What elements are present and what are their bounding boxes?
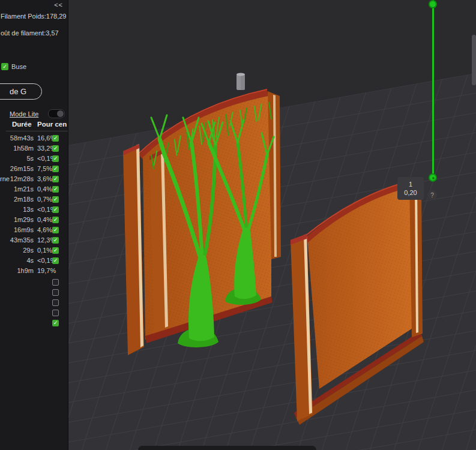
extra-option-checkbox[interactable]: [52, 310, 59, 316]
feature-duration: 12m28s: [0, 174, 34, 184]
feature-percent: 0,4%: [37, 215, 52, 225]
feature-checkbox[interactable]: [52, 186, 59, 193]
feature-checkbox[interactable]: [52, 217, 59, 223]
feature-duration: 58m43s: [0, 133, 34, 143]
feature-percent: 19,7%: [37, 266, 56, 276]
legend-sidebar: << Filament Poids:178,29 oût de filament…: [0, 0, 68, 450]
feature-checkbox[interactable]: [52, 257, 59, 264]
feature-duration: 1h58m: [0, 143, 34, 154]
help-icon[interactable]: ?: [427, 190, 437, 200]
feature-row[interactable]: 1m21s0,4%: [0, 184, 68, 194]
nozzle-label: Buse: [11, 63, 26, 70]
scrollbar-thumb[interactable]: [472, 35, 476, 85]
duration-header: Durée: [12, 121, 32, 128]
feature-row[interactable]: 1m29s0,4%: [0, 215, 68, 225]
feature-duration: 1m21s: [0, 184, 34, 194]
header-divider: [6, 131, 68, 131]
feature-checkbox[interactable]: [52, 135, 59, 142]
feature-row[interactable]: 58m43s16,6%: [0, 133, 68, 143]
toggle-knob: [57, 110, 64, 117]
extra-option-checkbox[interactable]: [52, 279, 59, 286]
extra-option-checkbox[interactable]: [52, 289, 59, 296]
feature-duration: 1m29s: [0, 215, 34, 225]
nozzle-row[interactable]: Buse: [1, 63, 26, 70]
extra-options-list: [0, 277, 68, 328]
filament-cost-stat: oût de filament:3,57: [1, 29, 59, 37]
nozzle-checkbox[interactable]: [1, 63, 8, 70]
viewport-3d[interactable]: [0, 0, 476, 450]
feature-duration: 2m18s: [0, 194, 34, 205]
feature-checkbox[interactable]: [52, 237, 59, 244]
feature-checkbox[interactable]: [52, 196, 59, 203]
feature-row[interactable]: 26m15s7,5%: [0, 164, 68, 174]
extra-option-row[interactable]: [0, 277, 68, 287]
feature-checkbox[interactable]: [52, 145, 59, 152]
extra-option-checkbox[interactable]: [52, 299, 59, 306]
feature-percent: 3,6%: [37, 174, 52, 184]
extra-option-row[interactable]: [0, 318, 68, 328]
feature-duration: 5s: [0, 154, 34, 164]
feature-list: 58m43s16,6%1h58m33,2%5s<0,1%26m15s7,5%rn…: [0, 133, 68, 276]
feature-duration: 13s: [0, 205, 34, 215]
collapse-sidebar-button[interactable]: <<: [54, 1, 63, 8]
gcode-button[interactable]: de G: [0, 83, 42, 100]
feature-checkbox[interactable]: [52, 176, 59, 182]
feature-row[interactable]: 1h9m19,7%: [0, 266, 68, 276]
feature-percent: 7,5%: [37, 164, 52, 174]
feature-row[interactable]: 5s<0,1%: [0, 154, 68, 164]
feature-row[interactable]: rne12m28s3,6%: [0, 174, 68, 184]
mode-lite-link[interactable]: Mode Lite: [10, 110, 38, 118]
feature-checkbox[interactable]: [52, 206, 59, 213]
extra-option-checkbox[interactable]: [52, 320, 59, 326]
mode-lite-toggle[interactable]: [48, 109, 65, 118]
feature-percent: 4,6%: [37, 225, 52, 235]
feature-duration: 16m9s: [0, 225, 34, 235]
feature-duration: 1h9m: [0, 266, 34, 276]
feature-checkbox[interactable]: [52, 227, 59, 233]
feature-row[interactable]: 1h58m33,2%: [0, 143, 68, 154]
layer-height: 0,20: [404, 188, 417, 197]
percent-header: Pour cen: [37, 121, 67, 128]
feature-row[interactable]: 13s<0,1%: [0, 205, 68, 215]
feature-row[interactable]: 16m9s4,6%: [0, 225, 68, 235]
feature-duration: 43m35s: [0, 235, 34, 245]
feature-percent: 0,4%: [37, 184, 52, 194]
extra-option-row[interactable]: [0, 298, 68, 308]
feature-checkbox[interactable]: [52, 247, 59, 254]
feature-duration: 29s: [0, 245, 34, 256]
feature-checkbox[interactable]: [52, 155, 59, 162]
feature-percent: 0,1%: [37, 245, 52, 256]
filament-weight-stat: Filament Poids:178,29: [1, 13, 66, 20]
bottom-toolbar-sliver[interactable]: [138, 446, 316, 450]
feature-row[interactable]: 43m35s12,3%: [0, 235, 68, 245]
slicer-window: 1 0,20 ? << Filament Poids:178,29 oût de…: [0, 0, 476, 450]
feature-row[interactable]: 2m18s0,7%: [0, 194, 68, 205]
feature-checkbox[interactable]: [52, 166, 59, 172]
feature-percent: 0,7%: [37, 194, 52, 205]
layer-slider-track[interactable]: [432, 0, 434, 179]
feature-row[interactable]: 4s<0,1%: [0, 256, 68, 266]
mode-lite-row: Mode Lite: [10, 109, 65, 118]
layer-indicator: 1 0,20: [397, 177, 424, 200]
layer-slider-bottom-handle[interactable]: [429, 173, 437, 182]
feature-duration: 26m15s: [0, 164, 34, 174]
feature-duration: 4s: [0, 256, 34, 266]
layer-slider-top-handle[interactable]: [429, 0, 437, 8]
extra-option-row[interactable]: [0, 287, 68, 298]
layer-number: 1: [409, 180, 412, 188]
purge-cylinder-model[interactable]: [236, 73, 245, 90]
feature-row[interactable]: 29s0,1%: [0, 245, 68, 256]
extra-option-row[interactable]: [0, 308, 68, 318]
